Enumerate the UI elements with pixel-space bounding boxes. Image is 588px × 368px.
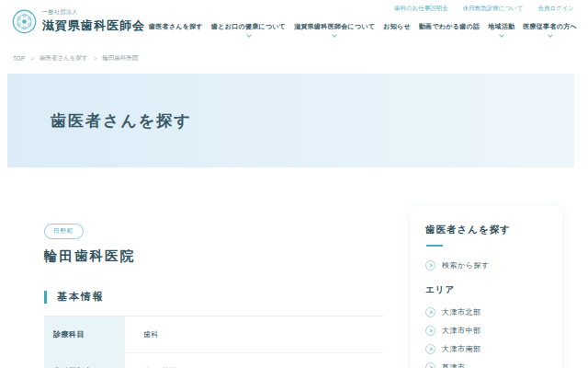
utility-nav: 歯科のお仕事説明会 休日救急診療について 会員ログイン: [394, 5, 574, 13]
logo-text: 一般社団法人 滋賀県歯科医師会: [42, 8, 145, 34]
nav-item-news[interactable]: お知らせ: [383, 22, 411, 37]
chevron-down-icon: [332, 32, 337, 38]
nav-label: 歯とお口の健康について: [211, 22, 286, 31]
nav-label: 歯医者さんを探す: [149, 22, 203, 31]
chevron-down-icon: [499, 32, 504, 38]
row-label: 診療科目: [44, 316, 125, 352]
row-label: 歯科医師名: [44, 353, 125, 368]
circle-arrow-icon: [425, 260, 435, 270]
sidebar-title-underline: [426, 245, 443, 247]
breadcrumb-find-dentist[interactable]: 歯医者さんを探す: [40, 54, 88, 63]
sidebar-link-label: 大津市南部: [442, 344, 481, 354]
content-area: 日野町 輪田歯科医院 基本情報 診療科目 歯科 歯科医師名 輪田 茂樹 歯医者さ…: [0, 167, 588, 368]
nav-label: 医療従事者の方へ: [523, 22, 577, 31]
breadcrumb: TOP > 歯医者さんを探す > 輪田歯科医院: [13, 54, 588, 63]
sidebar-title: 歯医者さんを探す: [425, 224, 548, 236]
nav-label: 動画でわかる歯の話: [419, 22, 481, 31]
utility-link-job-seminar[interactable]: 歯科のお仕事説明会: [394, 5, 448, 13]
breadcrumb-separator: >: [94, 55, 97, 62]
row-value: 歯科: [125, 316, 159, 352]
association-emblem-icon: [12, 9, 37, 34]
sidebar-link-otsu-north[interactable]: 大津市北部: [425, 307, 548, 317]
nav-item-medical-professionals[interactable]: 医療従事者の方へ: [523, 22, 577, 37]
breadcrumb-current-page: 輪田歯科医院: [102, 54, 138, 63]
nav-item-video[interactable]: 動画でわかる歯の話: [419, 22, 481, 37]
sidebar-link-label: 大津市北部: [442, 307, 481, 317]
nav-label: お知らせ: [383, 22, 411, 31]
sidebar-link-otsu-central[interactable]: 大津市中部: [425, 326, 548, 336]
utility-link-holiday-emergency[interactable]: 休日救急診療について: [463, 5, 524, 13]
nav-item-about-association[interactable]: 滋賀県歯科医師会について: [294, 22, 375, 37]
row-value: 輪田 茂樹: [125, 353, 177, 368]
breadcrumb-separator: >: [30, 55, 34, 62]
section-title: 基本情報: [57, 290, 105, 304]
nav-label: 滋賀県歯科医師会について: [294, 22, 375, 31]
site-logo[interactable]: 一般社団法人 滋賀県歯科医師会: [12, 8, 145, 34]
breadcrumb-top[interactable]: TOP: [13, 55, 25, 62]
clinic-name: 輪田歯科医院: [44, 247, 383, 265]
chevron-down-icon: [246, 32, 252, 38]
search-sidebar: 歯医者さんを探す 検索から探す エリア 大津市北部 大津市中部 大津市南部 草津…: [411, 206, 562, 368]
logo-name: 滋賀県歯科医師会: [42, 17, 145, 34]
nav-label: 地域活動: [488, 22, 514, 31]
basic-info-section-header: 基本情報: [44, 290, 383, 304]
clinic-detail: 日野町 輪田歯科医院 基本情報 診療科目 歯科 歯科医師名 輪田 茂樹: [44, 220, 383, 368]
nav-item-find-dentist[interactable]: 歯医者さんを探す: [149, 22, 203, 37]
site-header: 一般社団法人 滋賀県歯科医師会 歯科のお仕事説明会 休日救急診療について 会員ロ…: [0, 0, 588, 48]
sidebar-link-label: 大津市中部: [442, 326, 481, 336]
utility-link-member-login[interactable]: 会員ログイン: [537, 5, 574, 13]
sidebar-link-label: 検索から探す: [442, 260, 490, 270]
circle-arrow-icon: [425, 326, 435, 336]
area-badge: 日野町: [44, 224, 84, 239]
section-accent-bar: [44, 291, 47, 304]
sidebar-link-kusatsu[interactable]: 草津市: [425, 362, 548, 368]
sidebar-link-label: 草津市: [442, 362, 466, 368]
circle-arrow-icon: [425, 362, 435, 368]
logo-corp-type: 一般社団法人: [42, 8, 145, 17]
circle-arrow-icon: [425, 344, 435, 354]
hero-banner: 歯医者さんを探す: [7, 74, 574, 167]
chevron-down-icon: [548, 32, 553, 38]
main-nav: 歯医者さんを探す 歯とお口の健康について 滋賀県歯科医師会について お知らせ 動…: [149, 22, 577, 37]
page-title: 歯医者さんを探す: [51, 110, 192, 132]
nav-item-oral-health[interactable]: 歯とお口の健康について: [211, 22, 286, 37]
sidebar-link-search[interactable]: 検索から探す: [425, 260, 548, 270]
table-row: 歯科医師名 輪田 茂樹: [44, 353, 383, 368]
sidebar-area-heading: エリア: [425, 284, 548, 296]
sidebar-link-otsu-south[interactable]: 大津市南部: [425, 344, 548, 354]
basic-info-table: 診療科目 歯科 歯科医師名 輪田 茂樹: [44, 316, 383, 368]
table-row: 診療科目 歯科: [44, 316, 383, 353]
circle-arrow-icon: [425, 307, 435, 317]
nav-item-community[interactable]: 地域活動: [488, 22, 514, 37]
